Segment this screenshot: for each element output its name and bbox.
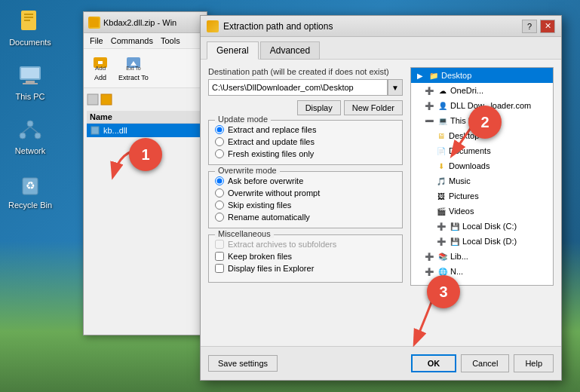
svg-rect-17 bbox=[98, 61, 103, 64]
desktop-icons: Documents This PC bbox=[8, 8, 53, 210]
tab-advanced[interactable]: Advanced bbox=[260, 41, 320, 60]
dialog-title-icon bbox=[207, 20, 219, 32]
radio-ask-overwrite[interactable]: Ask before overwrite bbox=[215, 176, 396, 185]
tree-item-network[interactable]: ➕ 🌐 N... bbox=[411, 264, 553, 279]
network-icon bbox=[17, 116, 44, 143]
folder-expand-icon: ▶ bbox=[414, 69, 426, 81]
recycle-icon: ♻ bbox=[17, 170, 44, 198]
radio-overwrite-noprompt[interactable]: Overwrite without prompt bbox=[215, 188, 396, 198]
dest-dropdown-btn[interactable]: ▼ bbox=[388, 79, 403, 96]
thispc-icon bbox=[17, 62, 44, 89]
extract-label: Extract To bbox=[118, 74, 149, 81]
misc-legend: Miscellaneous bbox=[215, 229, 274, 238]
diskd-expand-icon: ➕ bbox=[435, 235, 447, 247]
menu-tools[interactable]: Tools bbox=[158, 35, 183, 47]
tree-item-diskc[interactable]: ➕ 💾 Local Disk (C:) bbox=[411, 219, 553, 234]
dest-path-label: Destination path (will be created if doe… bbox=[208, 67, 403, 76]
lib-expand-icon: ➕ bbox=[423, 250, 435, 262]
update-mode-section: Update mode Extract and replace files Ex… bbox=[208, 120, 403, 165]
help-button[interactable]: Help bbox=[514, 354, 554, 372]
pictures-icon: 🖼 bbox=[435, 190, 447, 202]
overwrite-mode-legend: Overwrite mode bbox=[215, 166, 280, 175]
dialog-left-panel: Destination path (will be created if doe… bbox=[208, 67, 403, 289]
winrar-list-item[interactable]: kb...dll bbox=[87, 124, 204, 137]
checkbox-display-explorer-label: Display files in Explorer bbox=[228, 264, 314, 273]
dialog-right-panel: ▶ 📁 Desktop ➕ ☁ OneDri... ➕ 👤 DLL Do bbox=[410, 67, 554, 289]
dialog-close-btn[interactable]: ✕ bbox=[540, 20, 555, 33]
checkbox-keep-broken[interactable]: Keep broken files bbox=[215, 252, 396, 261]
tab-general[interactable]: General bbox=[207, 41, 259, 60]
tree-label: Desktop bbox=[441, 71, 471, 80]
radio-extract-replace-label: Extract and replace files bbox=[228, 125, 316, 134]
dest-path-input[interactable]: C:\Users\DllDownloader_com\Desktop bbox=[208, 79, 388, 96]
folder-icon-desktop: 📁 bbox=[428, 69, 440, 81]
desktop-icon-documents[interactable]: Documents bbox=[8, 8, 53, 47]
toolbar-extract[interactable]: Ext To Extract To bbox=[114, 52, 153, 84]
radio-ask-overwrite-label: Ask before overwrite bbox=[228, 176, 303, 185]
radio-fresh-only-label: Fresh existing files only bbox=[228, 149, 314, 158]
tree-label-onedrive: OneDri... bbox=[450, 86, 483, 95]
radio-extract-update[interactable]: Extract and update files bbox=[215, 137, 396, 146]
svg-line-11 bbox=[23, 127, 30, 133]
checkbox-extract-subfolders[interactable]: Extract archives to subfolders bbox=[215, 240, 396, 249]
tree-item-onedrive[interactable]: ➕ ☁ OneDri... bbox=[411, 83, 553, 98]
radio-extract-replace[interactable]: Extract and replace files bbox=[215, 125, 396, 134]
svg-rect-1 bbox=[24, 14, 33, 15]
cancel-button[interactable]: Cancel bbox=[461, 354, 509, 372]
svg-rect-5 bbox=[21, 68, 39, 78]
tree-label-pictures: Pictures bbox=[449, 191, 479, 201]
winrar-titlebar: Kbdax2.dll.zip - Win bbox=[84, 12, 207, 33]
svg-rect-15 bbox=[90, 18, 99, 27]
music-icon: 🎵 bbox=[435, 175, 447, 187]
thispc-label: This PC bbox=[15, 92, 44, 101]
winrar-icon bbox=[88, 17, 100, 29]
diskc-expand-icon: ➕ bbox=[435, 220, 447, 232]
tree-label-lib: Lib... bbox=[450, 252, 468, 261]
tree-item-diskd[interactable]: ➕ 💾 Local Disk (D:) bbox=[411, 234, 553, 249]
footer-left: Save settings bbox=[208, 355, 411, 372]
radio-skip-existing[interactable]: Skip existing files bbox=[215, 201, 396, 210]
svg-rect-2 bbox=[24, 17, 33, 18]
tree-item-desktop-root[interactable]: ▶ 📁 Desktop bbox=[411, 68, 553, 83]
desktop-icon-network[interactable]: Network bbox=[8, 116, 53, 155]
dialog-footer: Save settings OK Cancel Help bbox=[201, 346, 561, 380]
toolbar-add[interactable]: Add Add bbox=[87, 52, 114, 84]
net-expand-icon: ➕ bbox=[423, 265, 435, 277]
checkbox-display-explorer[interactable]: Display files in Explorer bbox=[215, 264, 396, 273]
winrar-title: Kbdax2.dll.zip - Win bbox=[103, 18, 202, 27]
file-tree: ▶ 📁 Desktop ➕ ☁ OneDri... ➕ 👤 DLL Do bbox=[410, 67, 554, 286]
annotation-1: 1 bbox=[129, 138, 162, 171]
display-button[interactable]: Display bbox=[297, 100, 341, 115]
svg-point-9 bbox=[20, 133, 26, 139]
winrar-list-header: Name bbox=[87, 111, 204, 124]
dll-expand-icon: ➕ bbox=[423, 100, 435, 112]
tree-item-music[interactable]: 🎵 Music bbox=[411, 173, 553, 188]
svg-rect-7 bbox=[23, 83, 38, 84]
overwrite-mode-section: Overwrite mode Ask before overwrite Over… bbox=[208, 171, 403, 228]
ok-button[interactable]: OK bbox=[411, 354, 457, 372]
radio-fresh-only[interactable]: Fresh existing files only bbox=[215, 149, 396, 158]
desktop-icon-thispc[interactable]: This PC bbox=[8, 62, 53, 101]
menu-commands[interactable]: Commands bbox=[108, 35, 156, 47]
radio-overwrite-noprompt-label: Overwrite without prompt bbox=[228, 188, 320, 198]
dialog-help-btn[interactable]: ? bbox=[522, 20, 537, 33]
desktop-icon-recycle[interactable]: ♻ Recycle Bin bbox=[8, 170, 53, 210]
save-settings-button[interactable]: Save settings bbox=[208, 355, 278, 372]
tree-item-pictures[interactable]: 🖼 Pictures bbox=[411, 188, 553, 204]
svg-line-12 bbox=[30, 127, 38, 133]
videos-icon: 🎬 bbox=[435, 205, 447, 217]
add-icon: Add bbox=[91, 55, 109, 73]
tree-expand-icon: ➕ bbox=[423, 84, 435, 96]
menu-file[interactable]: File bbox=[87, 35, 106, 47]
svg-rect-3 bbox=[24, 20, 30, 21]
add-label: Add bbox=[94, 74, 106, 81]
svg-point-8 bbox=[27, 121, 33, 127]
svg-text:Add: Add bbox=[95, 65, 106, 72]
tree-item-lib[interactable]: ➕ 📚 Lib... bbox=[411, 249, 553, 264]
winrar-path-bar bbox=[87, 91, 204, 108]
radio-rename-auto[interactable]: Rename automatically bbox=[215, 213, 396, 222]
annotation-3: 3 bbox=[427, 275, 460, 308]
lib-icon: 📚 bbox=[437, 250, 449, 262]
tree-item-videos[interactable]: 🎬 Videos bbox=[411, 204, 553, 219]
new-folder-button[interactable]: New Folder bbox=[344, 100, 403, 115]
